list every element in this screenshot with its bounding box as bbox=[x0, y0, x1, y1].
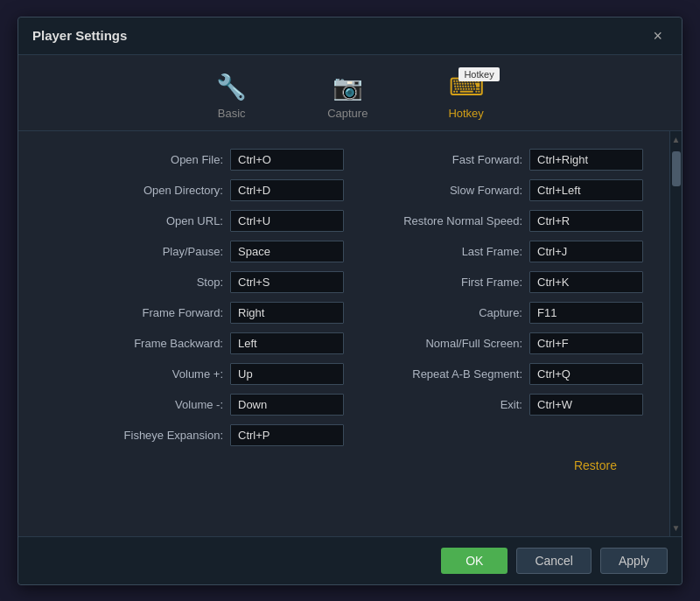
setting-label: Restore Normal Speed: bbox=[403, 214, 522, 227]
right-setting-row: Slow Forward: bbox=[361, 179, 643, 201]
scrollbar-thumb[interactable] bbox=[672, 151, 681, 186]
setting-input[interactable] bbox=[230, 241, 344, 262]
hotkey-tooltip: Hotkey bbox=[458, 67, 499, 81]
setting-input[interactable] bbox=[230, 179, 344, 201]
tab-hotkey-label: Hotkey bbox=[448, 107, 483, 120]
setting-input[interactable] bbox=[230, 210, 344, 232]
right-setting-row: Fast Forward: bbox=[361, 149, 643, 171]
close-button[interactable]: × bbox=[648, 26, 668, 45]
setting-input[interactable] bbox=[529, 179, 643, 201]
scrollbar: ▲ ▼ bbox=[669, 131, 682, 536]
player-settings-dialog: Player Settings × 🔧 Basic 📷 Capture ⌨ Ho… bbox=[18, 17, 682, 585]
setting-input[interactable] bbox=[230, 302, 344, 324]
title-bar: Player Settings × bbox=[18, 17, 682, 55]
tab-basic-label: Basic bbox=[218, 107, 246, 120]
setting-input[interactable] bbox=[529, 271, 643, 293]
setting-label: Open Directory: bbox=[144, 184, 223, 197]
left-setting-row: Play/Pause: bbox=[45, 241, 344, 262]
right-setting-row: Exit: bbox=[361, 394, 643, 416]
left-setting-row: Open Directory: bbox=[45, 179, 344, 201]
setting-label: Repeat A-B Segment: bbox=[412, 367, 522, 381]
right-setting-row: Nomal/Full Screen: bbox=[361, 332, 643, 354]
content-area: Open File: Open Directory: Open URL: Pla… bbox=[18, 131, 682, 536]
setting-label: Frame Backward: bbox=[134, 337, 223, 350]
setting-label: Capture: bbox=[479, 306, 522, 319]
right-setting-row: Restore Normal Speed: bbox=[361, 210, 643, 232]
setting-label: Nomal/Full Screen: bbox=[425, 337, 522, 350]
settings-grid: Open File: Open Directory: Open URL: Pla… bbox=[45, 149, 643, 455]
tab-capture-label: Capture bbox=[327, 107, 368, 120]
left-setting-row: Frame Forward: bbox=[45, 302, 344, 324]
setting-label: Open URL: bbox=[166, 214, 223, 227]
setting-label: Open File: bbox=[171, 153, 223, 166]
setting-label: Slow Forward: bbox=[450, 184, 522, 197]
left-column: Open File: Open Directory: Open URL: Pla… bbox=[45, 149, 344, 455]
left-setting-row: Volume -: bbox=[45, 394, 344, 416]
left-setting-row: Open URL: bbox=[45, 210, 344, 232]
setting-label: Last Frame: bbox=[462, 245, 522, 258]
tab-hotkey[interactable]: ⌨ Hotkey Hotkey bbox=[434, 69, 497, 123]
tab-basic[interactable]: 🔧 Basic bbox=[202, 69, 261, 123]
scroll-up-arrow[interactable]: ▲ bbox=[670, 131, 682, 148]
setting-label: Stop: bbox=[197, 276, 223, 289]
right-column: Fast Forward: Slow Forward: Restore Norm… bbox=[344, 149, 643, 455]
dialog-title: Player Settings bbox=[32, 28, 127, 43]
left-setting-row: Stop: bbox=[45, 271, 344, 293]
setting-input[interactable] bbox=[230, 332, 344, 354]
right-setting-row: Last Frame: bbox=[361, 241, 643, 262]
setting-input[interactable] bbox=[230, 149, 344, 171]
setting-label: Frame Forward: bbox=[143, 306, 223, 319]
setting-label: Exit: bbox=[500, 398, 522, 411]
restore-row: Restore bbox=[45, 458, 643, 472]
ok-button[interactable]: OK bbox=[441, 548, 508, 574]
setting-input[interactable] bbox=[529, 302, 643, 324]
setting-input[interactable] bbox=[529, 394, 643, 416]
setting-label: Play/Pause: bbox=[163, 245, 223, 258]
left-setting-row: Volume +: bbox=[45, 363, 344, 385]
restore-button[interactable]: Restore bbox=[574, 458, 617, 472]
footer: OK Cancel Apply bbox=[18, 536, 682, 584]
apply-button[interactable]: Apply bbox=[600, 548, 668, 574]
setting-label: Volume +: bbox=[172, 367, 223, 381]
setting-label: Fisheye Expansion: bbox=[124, 429, 223, 442]
setting-input[interactable] bbox=[529, 149, 643, 171]
right-setting-row: Repeat A-B Segment: bbox=[361, 363, 643, 385]
setting-label: Fast Forward: bbox=[452, 153, 522, 166]
setting-input[interactable] bbox=[529, 210, 643, 232]
setting-input[interactable] bbox=[230, 363, 344, 385]
scroll-down-arrow[interactable]: ▼ bbox=[670, 520, 682, 536]
left-setting-row: Open File: bbox=[45, 149, 344, 171]
right-setting-row: First Frame: bbox=[361, 271, 643, 293]
camera-icon: 📷 bbox=[332, 73, 363, 101]
right-setting-row: Capture: bbox=[361, 302, 643, 324]
setting-input[interactable] bbox=[529, 332, 643, 354]
setting-input[interactable] bbox=[230, 424, 344, 446]
tab-capture[interactable]: 📷 Capture bbox=[313, 69, 382, 123]
setting-input[interactable] bbox=[529, 363, 643, 385]
left-setting-row: Frame Backward: bbox=[45, 332, 344, 354]
tabs-row: 🔧 Basic 📷 Capture ⌨ Hotkey Hotkey bbox=[18, 55, 682, 131]
setting-label: First Frame: bbox=[461, 276, 522, 289]
setting-input[interactable] bbox=[230, 271, 344, 293]
cancel-button[interactable]: Cancel bbox=[516, 548, 592, 574]
left-setting-row: Fisheye Expansion: bbox=[45, 424, 344, 446]
setting-label: Volume -: bbox=[175, 398, 223, 411]
setting-input[interactable] bbox=[529, 241, 643, 262]
setting-input[interactable] bbox=[230, 394, 344, 416]
wrench-icon: 🔧 bbox=[216, 73, 247, 101]
settings-panel: Open File: Open Directory: Open URL: Pla… bbox=[18, 131, 669, 536]
